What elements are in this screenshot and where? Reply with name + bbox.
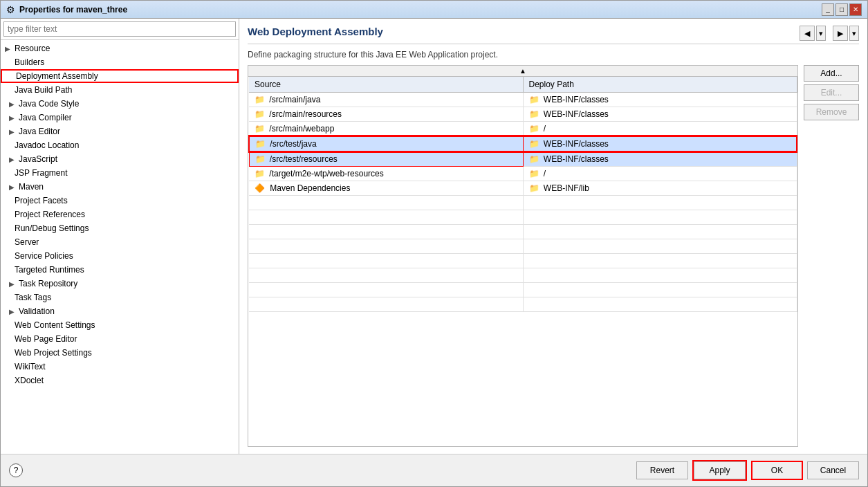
expand-arrow: ▶ <box>9 100 15 108</box>
table-row[interactable]: 🔶 Maven Dependencies 📁 WEB-INF/lib <box>249 181 797 196</box>
source-column-header[interactable]: Source <box>249 77 523 93</box>
expand-arrow: ▶ <box>9 128 15 136</box>
navigation-buttons: ◀ ▾ ▶ ▾ <box>800 26 859 41</box>
window-icon: ⚙ <box>6 4 15 15</box>
sidebar-item-server[interactable]: Server <box>1 235 239 249</box>
expand-arrow: ▶ <box>9 156 15 163</box>
sidebar-item-service-policies[interactable]: Service Policies <box>1 249 239 263</box>
back-button[interactable]: ◀ <box>800 26 815 41</box>
folder-icon: 📁 <box>529 183 539 193</box>
sidebar-item-label: Targeted Runtimes <box>15 265 84 275</box>
title-bar-left: ⚙ Properties for maven_three <box>6 4 127 15</box>
remove-button[interactable]: Remove <box>804 104 859 120</box>
sidebar-item-project-facets[interactable]: Project Facets <box>1 194 239 208</box>
table-row[interactable]: 📁 /src/main/resources 📁 WEB-INF/classes <box>249 107 797 122</box>
revert-button[interactable]: Revert <box>636 461 688 479</box>
sidebar-item-java-editor[interactable]: ▶ Java Editor <box>1 125 239 138</box>
scroll-up[interactable]: ▲ <box>248 66 797 77</box>
cancel-button[interactable]: Cancel <box>807 461 859 479</box>
deploy-path-cell: 📁 WEB-INF/lib <box>523 181 797 196</box>
sidebar-item-wikitext[interactable]: WikiText <box>1 360 239 374</box>
table-row-empty <box>249 254 797 268</box>
source-cell: 📁 /src/test/resources <box>249 151 523 167</box>
apply-button[interactable]: Apply <box>694 461 746 479</box>
sidebar-item-label: Project References <box>15 210 85 219</box>
sidebar-item-web-content-settings[interactable]: Web Content Settings <box>1 318 239 332</box>
sidebar-item-deployment-assembly[interactable]: Deployment Assembly <box>1 69 239 83</box>
add-button[interactable]: Add... <box>804 65 859 82</box>
folder-icon: 📁 <box>255 139 266 149</box>
table-row-empty <box>249 225 797 239</box>
table-row[interactable]: 📁 /src/test/java 📁 WEB-INF/classes <box>249 136 797 151</box>
table-row-empty <box>249 196 797 210</box>
sidebar-item-java-code-style[interactable]: ▶ Java Code Style <box>1 97 239 111</box>
edit-button[interactable]: Edit... <box>804 84 859 101</box>
sidebar-item-task-repository[interactable]: ▶ Task Repository <box>1 277 239 291</box>
source-cell: 📁 /src/main/webapp <box>249 122 523 137</box>
sidebar-item-web-project-settings[interactable]: Web Project Settings <box>1 346 239 360</box>
minimize-button[interactable]: _ <box>822 3 834 16</box>
folder-icon: 📁 <box>529 169 539 178</box>
sidebar-item-jsp-fragment[interactable]: JSP Fragment <box>1 166 239 180</box>
maximize-button[interactable]: □ <box>835 3 848 16</box>
sidebar-item-label: Java Editor <box>19 127 60 136</box>
sidebar-item-builders[interactable]: Builders <box>1 55 239 69</box>
deploy-path-cell: 📁 WEB-INF/classes <box>523 151 797 167</box>
expand-arrow: ▶ <box>5 45 10 53</box>
main-content: ▶ Resource Builders Deployment Assembly … <box>1 19 867 454</box>
back-menu-button[interactable]: ▾ <box>816 26 826 41</box>
maven-icon: 🔶 <box>255 183 265 193</box>
sidebar-item-resource[interactable]: ▶ Resource <box>1 42 239 55</box>
sidebar-item-maven[interactable]: ▶ Maven <box>1 180 239 194</box>
sidebar-item-label: Task Repository <box>19 279 77 288</box>
sidebar-item-xdoclet[interactable]: XDoclet <box>1 374 239 387</box>
close-button[interactable]: ✕ <box>849 3 862 16</box>
folder-icon: 📁 <box>255 95 265 104</box>
sidebar-item-label: Validation <box>19 306 55 316</box>
sidebar-item-targeted-runtimes[interactable]: Targeted Runtimes <box>1 263 239 277</box>
table-row[interactable]: 📁 /target/m2e-wtp/web-resources 📁 / <box>249 167 797 181</box>
left-panel: ▶ Resource Builders Deployment Assembly … <box>1 19 239 454</box>
sidebar-item-javadoc-location[interactable]: Javadoc Location <box>1 138 239 152</box>
folder-icon: 📁 <box>529 109 539 119</box>
sidebar-item-web-page-editor[interactable]: Web Page Editor <box>1 332 239 346</box>
window-title: Properties for maven_three <box>19 5 127 15</box>
sidebar-item-validation[interactable]: ▶ Validation <box>1 304 239 318</box>
folder-icon: 📁 <box>529 139 539 149</box>
sidebar-item-javascript[interactable]: ▶ JavaScript <box>1 152 239 166</box>
footer: ? Revert Apply OK Cancel <box>1 454 867 486</box>
table-row[interactable]: 📁 /src/main/webapp 📁 / <box>249 122 797 137</box>
deploy-path-cell: 📁 / <box>523 122 797 137</box>
source-cell: 📁 /src/test/java <box>249 136 523 151</box>
apply-button-wrap: Apply <box>692 460 747 481</box>
deploy-path-cell: 📁 WEB-INF/classes <box>523 136 797 151</box>
sidebar-item-label: WikiText <box>15 362 46 371</box>
source-cell: 📁 /src/main/resources <box>249 107 523 122</box>
ok-button[interactable]: OK <box>751 461 803 480</box>
sidebar-item-java-build-path[interactable]: Java Build Path <box>1 83 239 97</box>
sidebar-item-run-debug-settings[interactable]: Run/Debug Settings <box>1 221 239 235</box>
sidebar-item-label: Web Project Settings <box>15 348 92 358</box>
table-row[interactable]: 📁 /src/main/java 📁 WEB-INF/classes <box>249 93 797 107</box>
help-button[interactable]: ? <box>9 463 23 477</box>
sidebar-item-label: Project Facets <box>15 196 68 205</box>
forward-menu-button[interactable]: ▾ <box>849 26 859 41</box>
source-cell: 🔶 Maven Dependencies <box>249 181 523 196</box>
expand-arrow: ▶ <box>9 280 15 288</box>
title-controls: _ □ ✕ <box>822 3 862 16</box>
sidebar-item-label: Java Code Style <box>19 99 79 109</box>
table-row[interactable]: 📁 /src/test/resources 📁 WEB-INF/classes <box>249 151 797 167</box>
folder-icon: 📁 <box>255 169 265 178</box>
panel-title: Web Deployment Assembly <box>248 26 800 37</box>
filter-input[interactable] <box>3 21 236 37</box>
filter-box <box>1 19 239 40</box>
sidebar-item-java-compiler[interactable]: ▶ Java Compiler <box>1 111 239 125</box>
deploy-path-column-header[interactable]: Deploy Path <box>523 77 797 93</box>
sidebar-item-task-tags[interactable]: Task Tags <box>1 291 239 304</box>
panel-description: Define packaging structure for this Java… <box>248 50 859 59</box>
forward-button[interactable]: ▶ <box>833 26 848 41</box>
title-bar: ⚙ Properties for maven_three _ □ ✕ <box>1 1 867 19</box>
sidebar-item-project-references[interactable]: Project References <box>1 208 239 221</box>
action-buttons: Add... Edit... Remove <box>804 65 859 447</box>
expand-arrow: ▶ <box>9 183 15 191</box>
